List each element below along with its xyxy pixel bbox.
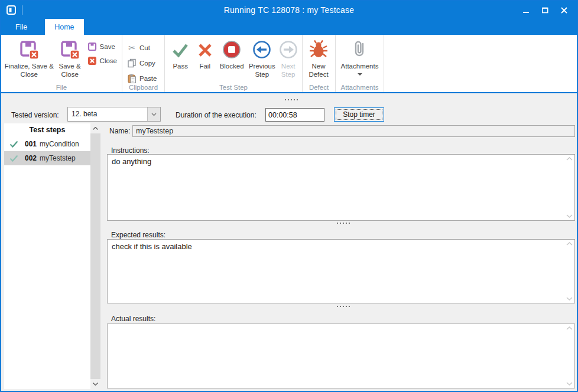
expected-results-text: check if this is available (112, 242, 563, 300)
actual-results-textarea[interactable] (107, 324, 575, 388)
close-icon (87, 56, 97, 66)
instructions-textarea[interactable]: do anything (107, 154, 575, 221)
step-passed-check-icon (9, 155, 18, 162)
attachments-button[interactable]: Attachments (338, 37, 381, 76)
test-steps-header: Test steps (4, 123, 90, 137)
test-steps-scrollbar[interactable] (90, 123, 100, 389)
test-step-row-002[interactable]: 002 myTeststep (4, 151, 90, 165)
test-steps-panel: Test steps 001 myCondition 002 myTestste… (4, 123, 100, 389)
fail-button[interactable]: Fail (193, 37, 216, 70)
instructions-text: do anything (112, 157, 563, 218)
tested-version-select[interactable]: 12. beta (67, 107, 161, 122)
next-step-icon (278, 40, 298, 60)
new-defect-button[interactable]: New Defect (305, 37, 332, 79)
copy-button[interactable]: Copy (125, 57, 159, 69)
pass-check-icon (170, 40, 190, 60)
actual-results-text (112, 326, 563, 386)
scroll-down-arrow-icon[interactable] (566, 214, 573, 218)
save-label: Save (100, 43, 115, 50)
window-title: Running TC 128078 : my Testcase (1, 5, 577, 15)
combo-dropdown-button[interactable] (147, 107, 160, 121)
close-step-button[interactable]: Close (85, 54, 119, 67)
save-close-button[interactable]: Save & Close (55, 37, 85, 79)
ribbon-group-attachments: Attachments Attachments (336, 35, 384, 92)
test-steps-list: Test steps 001 myCondition 002 myTestste… (4, 123, 90, 389)
scroll-down-arrow-icon[interactable] (566, 297, 573, 300)
new-defect-label: New Defect (305, 62, 332, 79)
paste-icon (127, 74, 137, 83)
close-label: Close (100, 57, 117, 64)
tab-file[interactable]: File (6, 19, 37, 35)
step-name: myCondition (40, 140, 79, 148)
blocked-label: Blocked (220, 62, 244, 70)
scroll-up-arrow-icon[interactable] (90, 123, 100, 133)
group-label-clipboard: Clipboard (122, 84, 164, 91)
group-label-file: File (1, 84, 122, 91)
previous-step-label: Previous Step (247, 62, 277, 79)
blocked-button[interactable]: Blocked (216, 37, 247, 70)
scroll-down-arrow-icon[interactable] (90, 379, 100, 389)
close-button[interactable] (554, 1, 573, 19)
scrollbar-thumb[interactable] (90, 133, 100, 379)
stop-timer-label: Stop timer (343, 110, 375, 119)
attachments-dropdown-icon (358, 73, 362, 76)
actual-results-label: Actual results: (111, 315, 155, 323)
next-step-label: Next Step (277, 62, 300, 79)
pass-button[interactable]: Pass (167, 37, 193, 70)
stop-timer-button[interactable]: Stop timer (334, 107, 384, 122)
previous-step-button[interactable]: Previous Step (247, 37, 277, 79)
splitter-handle[interactable] (337, 306, 350, 307)
group-label-attachments: Attachments (336, 84, 384, 91)
chevron-down-icon (151, 113, 157, 116)
save-and-close-icon (19, 40, 39, 60)
splitter-handle[interactable] (337, 223, 350, 224)
save-close-label: Save & Close (55, 62, 85, 79)
scroll-up-arrow-icon[interactable] (566, 157, 573, 161)
group-label-defect: Defect (303, 84, 335, 91)
cut-icon: ✂ (127, 43, 137, 53)
copy-label: Copy (139, 60, 155, 67)
instructions-label: Instructions: (111, 146, 150, 155)
cut-button[interactable]: ✂ Cut (125, 41, 159, 54)
close-icon (561, 7, 567, 14)
app-window: Running TC 128078 : my Testcase File Hom… (0, 0, 578, 392)
name-label: Name: (109, 127, 130, 135)
minimize-icon (523, 7, 530, 14)
step-passed-check-icon (9, 141, 18, 148)
ribbon-group-defect: New Defect Defect (303, 35, 336, 92)
expected-results-textarea[interactable]: check if this is available (107, 239, 575, 303)
bug-icon (309, 40, 329, 60)
fail-x-icon (195, 40, 215, 60)
attachments-label: Attachments (341, 62, 379, 70)
step-number: 002 (25, 154, 37, 162)
blocked-stop-icon (222, 40, 242, 60)
finalize-save-close-label: Finalize, Save & Close (4, 62, 55, 79)
previous-step-icon (252, 40, 272, 60)
save-button[interactable]: Save (85, 40, 119, 53)
scroll-up-arrow-icon[interactable] (566, 326, 573, 330)
save-icon (87, 42, 97, 51)
scroll-down-arrow-icon[interactable] (566, 382, 573, 386)
duration-input[interactable] (265, 108, 324, 122)
tested-version-label: Tested version: (11, 111, 59, 119)
pass-label: Pass (173, 62, 188, 70)
fail-label: Fail (199, 62, 210, 70)
ribbon-group-test-step: Pass Fail Blocked (165, 35, 303, 92)
ribbon-group-clipboard: ✂ Cut Copy (122, 35, 165, 92)
tab-home[interactable]: Home (45, 19, 83, 35)
maximize-icon (542, 7, 548, 14)
test-step-row-001[interactable]: 001 myCondition (4, 137, 90, 151)
splitter-handle[interactable] (285, 99, 298, 100)
finalize-save-close-button[interactable]: Finalize, Save & Close (4, 37, 55, 79)
name-input[interactable] (132, 125, 575, 137)
ribbon-group-file: Finalize, Save & Close Save & Close (1, 35, 122, 92)
expected-results-label: Expected results: (111, 231, 165, 239)
scroll-up-arrow-icon[interactable] (566, 242, 573, 246)
tested-version-value: 12. beta (68, 107, 147, 121)
maximize-button[interactable] (535, 1, 554, 19)
minimize-button[interactable] (517, 1, 535, 19)
ribbon: Finalize, Save & Close Save & Close (1, 35, 577, 93)
paste-button[interactable]: Paste (125, 72, 159, 84)
next-step-button[interactable]: Next Step (277, 37, 300, 79)
title-bar: Running TC 128078 : my Testcase (1, 1, 577, 19)
